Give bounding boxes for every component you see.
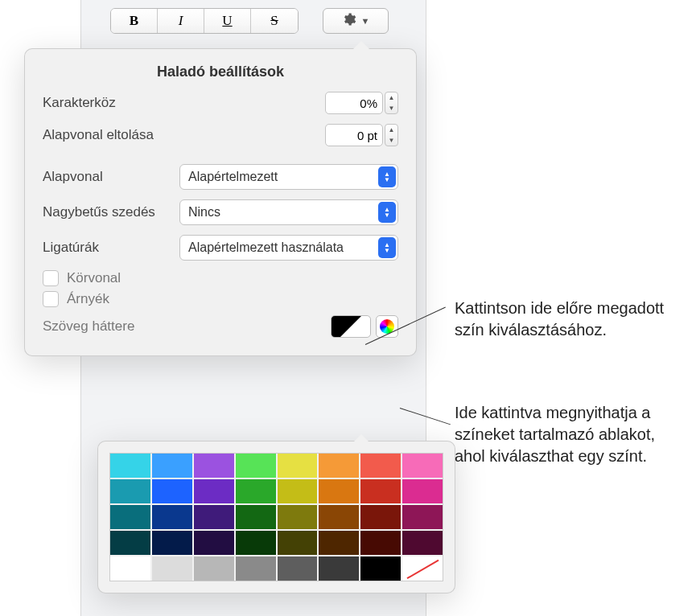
color-swatch[interactable] (278, 454, 318, 478)
baseline-shift-input[interactable] (325, 124, 383, 146)
color-swatch[interactable] (319, 505, 359, 529)
color-swatch[interactable] (194, 505, 234, 529)
color-swatch[interactable] (110, 556, 150, 581)
ligatures-select-value: Alapértelmezett használata (188, 240, 344, 255)
select-knob-icon: ▲▼ (378, 237, 396, 258)
color-swatch[interactable] (360, 454, 401, 478)
color-palette-grid (109, 453, 443, 581)
capitalization-label: Nagybetűs szedés (43, 204, 171, 220)
color-swatch[interactable] (402, 479, 443, 503)
color-swatch[interactable] (194, 531, 234, 555)
capitalization-select-value: Nincs (188, 205, 220, 220)
color-swatch[interactable] (236, 531, 276, 555)
character-spacing-stepper[interactable]: ▲▼ (325, 92, 398, 114)
baseline-shift-label: Alapvonal eltolása (43, 127, 154, 143)
color-palette-popover (97, 441, 455, 593)
callout-color-wheel: Ide kattintva megnyithatja a színeket ta… (455, 402, 680, 467)
text-background-label: Szöveg háttere (43, 318, 134, 335)
color-swatch[interactable] (402, 531, 443, 555)
bold-button[interactable]: B (111, 9, 158, 33)
baseline-label: Alapvonal (43, 169, 171, 185)
stepper-arrows[interactable]: ▲▼ (385, 92, 398, 114)
chevron-down-icon: ▼ (361, 16, 370, 26)
color-swatch[interactable] (194, 479, 234, 503)
color-swatch[interactable] (360, 479, 401, 503)
text-style-segment: B I U S (110, 8, 299, 34)
color-swatch-none[interactable] (402, 556, 443, 581)
shadow-label: Árnyék (67, 291, 109, 307)
baseline-shift-stepper[interactable]: ▲▼ (325, 124, 398, 146)
color-swatch[interactable] (278, 531, 318, 555)
color-swatch[interactable] (402, 454, 443, 478)
shadow-checkbox[interactable] (43, 291, 59, 307)
color-swatch[interactable] (110, 531, 150, 555)
ligatures-select[interactable]: Alapértelmezett használata ▲▼ (179, 235, 398, 261)
popover-title: Haladó beállítások (43, 64, 398, 80)
preset-color-button[interactable] (331, 315, 371, 338)
color-swatch[interactable] (319, 531, 359, 555)
color-swatch[interactable] (236, 505, 276, 529)
ligatures-label: Ligatúrák (43, 240, 171, 256)
character-spacing-label: Karakterköz (43, 95, 116, 111)
color-swatch[interactable] (236, 556, 276, 581)
baseline-select[interactable]: Alapértelmezett ▲▼ (179, 164, 398, 190)
color-swatch[interactable] (194, 556, 234, 581)
capitalization-select[interactable]: Nincs ▲▼ (179, 199, 398, 225)
color-swatch[interactable] (278, 556, 318, 581)
advanced-settings-button[interactable]: ▼ (323, 8, 389, 34)
color-swatch[interactable] (110, 479, 150, 503)
color-swatch[interactable] (194, 454, 234, 478)
italic-button[interactable]: I (158, 9, 204, 33)
stepper-arrows[interactable]: ▲▼ (385, 124, 398, 146)
color-swatch[interactable] (278, 479, 318, 503)
color-swatch[interactable] (110, 454, 150, 478)
gear-icon (342, 12, 356, 31)
outline-label: Körvonal (67, 270, 121, 286)
color-swatch[interactable] (152, 531, 192, 555)
select-knob-icon: ▲▼ (378, 166, 396, 187)
advanced-settings-popover: Haladó beállítások Karakterköz ▲▼ Alapvo… (24, 48, 417, 356)
color-swatch[interactable] (402, 505, 443, 529)
character-spacing-input[interactable] (325, 92, 383, 114)
color-swatch[interactable] (319, 479, 359, 503)
color-swatch[interactable] (278, 505, 318, 529)
color-swatch[interactable] (360, 556, 401, 581)
color-swatch[interactable] (152, 556, 192, 581)
color-swatch[interactable] (236, 454, 276, 478)
color-swatch[interactable] (236, 479, 276, 503)
color-swatch[interactable] (319, 556, 359, 581)
outline-checkbox[interactable] (43, 270, 59, 286)
color-swatch[interactable] (319, 454, 359, 478)
color-swatch[interactable] (110, 505, 150, 529)
strikethrough-button[interactable]: S (251, 9, 298, 33)
color-swatch[interactable] (152, 454, 192, 478)
baseline-select-value: Alapértelmezett (188, 170, 278, 184)
callout-preset-color: Kattintson ide előre megadott szín kivál… (455, 298, 680, 341)
format-toolbar: B I U S ▼ (110, 8, 389, 34)
select-knob-icon: ▲▼ (378, 202, 396, 223)
underline-button[interactable]: U (204, 9, 251, 33)
color-swatch[interactable] (152, 479, 192, 503)
color-swatch[interactable] (152, 505, 192, 529)
color-swatch[interactable] (360, 505, 401, 529)
color-swatch[interactable] (360, 531, 401, 555)
